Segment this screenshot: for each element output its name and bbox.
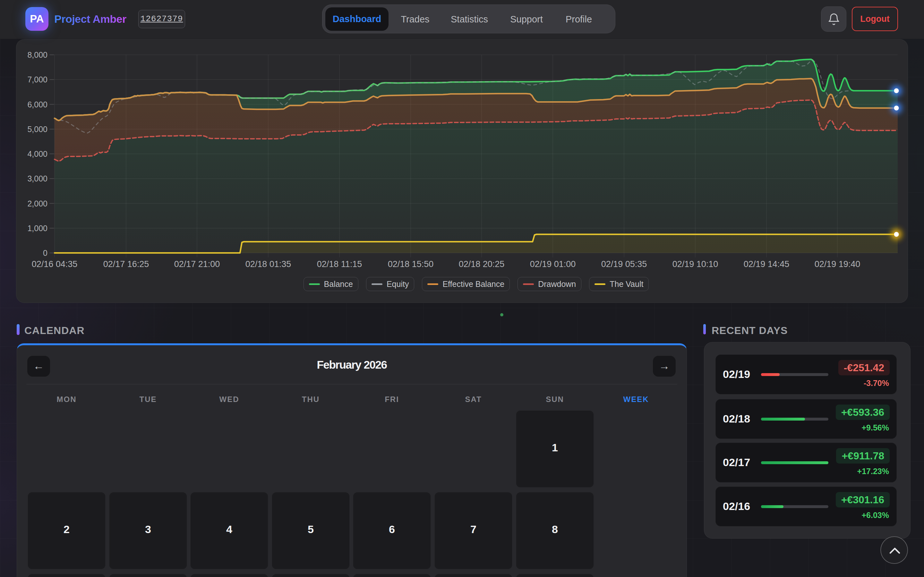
svg-text:4,000: 4,000 [27, 149, 47, 158]
svg-text:0: 0 [43, 248, 47, 258]
svg-text:7,000: 7,000 [27, 75, 47, 84]
svg-text:02/19 05:35: 02/19 05:35 [601, 259, 647, 269]
svg-text:02/19 10:10: 02/19 10:10 [672, 259, 718, 269]
svg-text:02/19 19:40: 02/19 19:40 [814, 259, 861, 269]
svg-text:5,000: 5,000 [27, 125, 47, 134]
svg-text:02/17 16:25: 02/17 16:25 [103, 259, 149, 269]
svg-text:02/18 15:50: 02/18 15:50 [388, 259, 434, 269]
svg-text:1,000: 1,000 [27, 224, 47, 233]
svg-text:02/17 21:00: 02/17 21:00 [174, 259, 220, 269]
svg-text:02/18 20:25: 02/18 20:25 [459, 259, 505, 269]
svg-text:02/19 14:45: 02/19 14:45 [744, 259, 790, 269]
svg-text:2,000: 2,000 [27, 199, 47, 208]
svg-text:02/18 01:35: 02/18 01:35 [246, 259, 291, 269]
svg-text:02/19 01:00: 02/19 01:00 [530, 259, 576, 269]
svg-text:02/16 04:35: 02/16 04:35 [32, 259, 78, 269]
svg-text:3,000: 3,000 [27, 174, 47, 183]
svg-text:02/18 11:15: 02/18 11:15 [317, 259, 362, 269]
svg-text:6,000: 6,000 [27, 100, 47, 109]
svg-text:8,000: 8,000 [27, 50, 47, 59]
